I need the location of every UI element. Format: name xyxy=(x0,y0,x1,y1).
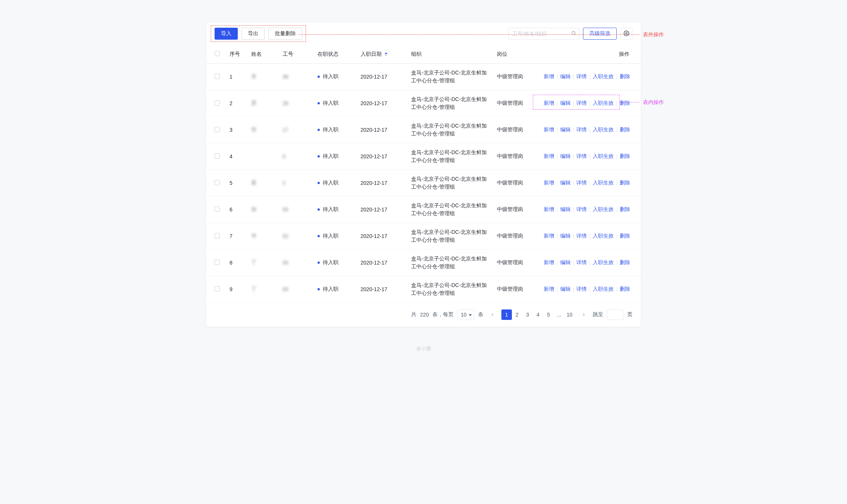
status-dot-icon xyxy=(318,208,320,211)
row-checkbox[interactable] xyxy=(215,100,220,106)
row-action-detail[interactable]: 详情 xyxy=(576,286,587,293)
col-header-name: 姓名 xyxy=(247,45,278,64)
row-action-detail[interactable]: 详情 xyxy=(576,259,587,266)
advanced-filter-button[interactable]: 高级筛选 xyxy=(583,28,617,40)
select-all-checkbox[interactable] xyxy=(215,51,220,56)
toolbar-left-group: 导入 导出 批量删除 xyxy=(215,28,302,40)
cell-name: 丁 xyxy=(247,276,278,303)
row-action-delete[interactable]: 删除 xyxy=(620,153,630,160)
chevron-left-icon xyxy=(490,312,495,317)
row-action-activate[interactable]: 入职生效 xyxy=(593,100,614,107)
row-action-edit[interactable]: 编辑 xyxy=(560,126,571,133)
page-number-button[interactable]: 10 xyxy=(564,309,575,320)
export-button[interactable]: 导出 xyxy=(242,28,265,40)
row-action-edit[interactable]: 编辑 xyxy=(560,180,571,186)
row-action-add[interactable]: 新增 xyxy=(544,153,554,160)
row-action-activate[interactable]: 入职生效 xyxy=(593,259,614,266)
row-checkbox[interactable] xyxy=(215,74,220,79)
row-action-edit[interactable]: 编辑 xyxy=(560,233,571,239)
row-action-delete[interactable]: 删除 xyxy=(620,180,630,186)
row-action-detail[interactable]: 详情 xyxy=(576,73,587,80)
row-action-add[interactable]: 新增 xyxy=(544,233,554,239)
settings-button[interactable] xyxy=(620,28,632,40)
row-action-activate[interactable]: 入职生效 xyxy=(593,180,614,186)
sort-icon[interactable] xyxy=(385,52,388,56)
row-action-delete[interactable]: 删除 xyxy=(620,286,630,293)
row-checkbox[interactable] xyxy=(215,180,220,185)
cell-org: 盒马-北京子公司-DC-北京生鲜加工中心分仓-管理组 xyxy=(407,90,492,117)
table-row: 3 菲 17 待入职 2020-12-17 盒马-北京子公司-DC-北京生鲜加工… xyxy=(206,117,641,143)
row-action-add[interactable]: 新增 xyxy=(544,100,554,107)
row-action-activate[interactable]: 入职生效 xyxy=(593,73,614,80)
row-checkbox[interactable] xyxy=(215,127,220,132)
row-action-add[interactable]: 新增 xyxy=(544,180,554,186)
row-action-edit[interactable]: 编辑 xyxy=(560,100,571,107)
page-number-button[interactable]: 2 xyxy=(512,309,522,320)
page-size-select[interactable]: 10 xyxy=(457,309,474,320)
row-action-activate[interactable]: 入职生效 xyxy=(593,233,614,239)
col-header-date[interactable]: 入职日期 xyxy=(356,45,407,64)
cell-seq: 7 xyxy=(225,223,247,250)
page-number-button[interactable]: 5 xyxy=(543,309,554,320)
row-action-add[interactable]: 新增 xyxy=(544,126,554,133)
row-action-add[interactable]: 新增 xyxy=(544,206,554,213)
row-action-detail[interactable]: 详情 xyxy=(576,233,587,239)
cell-name: 丁 xyxy=(247,250,278,276)
row-action-add[interactable]: 新增 xyxy=(544,286,554,293)
table-row: 6 加 05 待入职 2020-12-17 盒马-北京子公司-DC-北京生鲜加工… xyxy=(206,196,641,223)
row-action-delete[interactable]: 删除 xyxy=(620,259,630,266)
row-action-edit[interactable]: 编辑 xyxy=(560,153,571,160)
cell-status: 待入职 xyxy=(313,170,356,196)
row-action-activate[interactable]: 入职生效 xyxy=(593,153,614,160)
row-checkbox[interactable] xyxy=(215,153,220,159)
row-action-delete[interactable]: 删除 xyxy=(620,73,630,80)
row-action-edit[interactable]: 编辑 xyxy=(560,206,571,213)
row-checkbox[interactable] xyxy=(215,233,220,238)
row-action-delete[interactable]: 删除 xyxy=(620,100,630,107)
pagination: 共 220 条，每页 10 条 12345...10 跳至 页 xyxy=(206,303,641,327)
row-action-detail[interactable]: 详情 xyxy=(576,180,587,186)
row-action-delete[interactable]: 删除 xyxy=(620,126,630,133)
cell-actions: 新增| 编辑| 详情| 入职生效| 删除 xyxy=(539,196,641,223)
status-dot-icon xyxy=(318,76,320,78)
row-checkbox[interactable] xyxy=(215,207,220,212)
jump-label: 跳至 xyxy=(593,311,603,318)
row-action-add[interactable]: 新增 xyxy=(544,73,554,80)
import-button[interactable]: 导入 xyxy=(215,28,238,40)
cell-status: 待入职 xyxy=(313,223,356,250)
row-action-add[interactable]: 新增 xyxy=(544,259,554,266)
search-input[interactable] xyxy=(508,28,579,40)
row-action-edit[interactable]: 编辑 xyxy=(560,259,571,266)
status-dot-icon xyxy=(318,102,320,104)
row-checkbox[interactable] xyxy=(215,260,220,265)
row-checkbox[interactable] xyxy=(215,286,220,291)
jump-page-input[interactable] xyxy=(607,309,623,320)
row-action-detail[interactable]: 详情 xyxy=(576,100,587,107)
page-number-button[interactable]: 4 xyxy=(533,309,543,320)
row-action-activate[interactable]: 入职生效 xyxy=(593,206,614,213)
cell-empid: 05 xyxy=(278,196,313,223)
cell-actions: 新增| 编辑| 详情| 入职生效| 删除 xyxy=(539,250,641,276)
search-icon[interactable] xyxy=(571,31,576,37)
page-number-button[interactable]: 1 xyxy=(501,309,512,320)
row-action-detail[interactable]: 详情 xyxy=(576,126,587,133)
cell-empid: 26 xyxy=(278,90,313,117)
row-action-edit[interactable]: 编辑 xyxy=(560,286,571,293)
cell-actions: 新增| 编辑| 详情| 入职生效| 删除 xyxy=(539,64,641,90)
row-action-delete[interactable]: 删除 xyxy=(620,233,630,239)
jump-suffix: 页 xyxy=(627,311,632,318)
cell-seq: 4 xyxy=(225,143,247,170)
row-action-detail[interactable]: 详情 xyxy=(576,153,587,160)
row-action-edit[interactable]: 编辑 xyxy=(560,73,571,80)
next-page-button[interactable] xyxy=(579,309,589,320)
prev-page-button[interactable] xyxy=(487,309,498,320)
cell-org: 盒马-北京子公司-DC-北京生鲜加工中心分仓-管理组 xyxy=(407,250,492,276)
cell-status: 待入职 xyxy=(313,276,356,303)
main-panel: 导入 导出 批量删除 高级筛选 xyxy=(206,22,641,327)
batch-delete-button[interactable]: 批量删除 xyxy=(268,28,302,40)
row-action-activate[interactable]: 入职生效 xyxy=(593,126,614,133)
row-action-delete[interactable]: 删除 xyxy=(620,206,630,213)
row-action-activate[interactable]: 入职生效 xyxy=(593,286,614,293)
row-action-detail[interactable]: 详情 xyxy=(576,206,587,213)
page-number-button[interactable]: 3 xyxy=(522,309,533,320)
